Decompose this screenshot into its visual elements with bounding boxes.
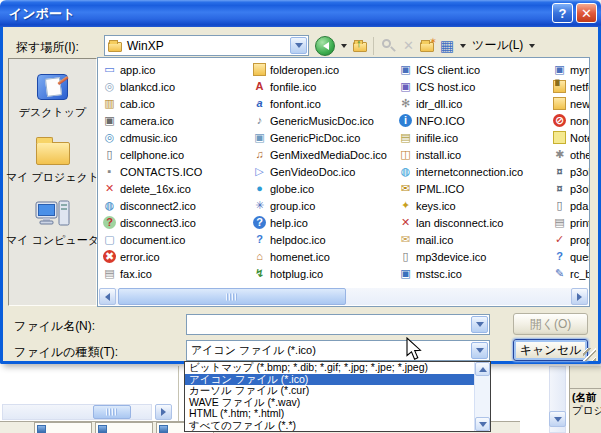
background-vscrollbar-down-arrow[interactable] xyxy=(549,411,566,427)
file-type-option[interactable]: すべてのファイル (*.*) xyxy=(185,420,474,432)
file-item[interactable]: ▯pda.i xyxy=(553,197,590,214)
look-in-combobox[interactable]: WinXP xyxy=(104,35,309,56)
file-item[interactable]: ▣camera.ico xyxy=(103,112,202,129)
file-item[interactable]: ▪CONTACTS.ICO xyxy=(103,163,202,180)
file-item[interactable]: ◍internetconnection.ico xyxy=(399,163,523,180)
file-type-option[interactable]: ビットマップ (*.bmp; *.dib; *.gif; *.jpg; *.jp… xyxy=(185,362,474,374)
file-name-dropdown-button[interactable] xyxy=(471,316,488,333)
file-name: none xyxy=(570,115,590,127)
install-icon: ◫ xyxy=(399,148,412,161)
views-button[interactable]: ▦ xyxy=(440,38,454,53)
file-item[interactable]: ✕delete_16x.ico xyxy=(103,180,202,197)
tools-menu[interactable]: ツール(L) xyxy=(472,37,523,54)
look-in-dropdown-button[interactable] xyxy=(290,37,307,54)
file-item[interactable]: newf xyxy=(553,95,590,112)
file-list[interactable]: ▭app.ico◎blankcd.ico▥cab.ico▣camera.ico◎… xyxy=(97,57,590,307)
file-item[interactable]: ▥cab.ico xyxy=(103,95,202,112)
file-name: fax.ico xyxy=(120,268,152,280)
file-item[interactable]: ▭app.ico xyxy=(103,61,202,78)
back-button[interactable] xyxy=(315,36,335,56)
file-item[interactable]: ?disconnect3.ico xyxy=(103,214,202,231)
file-item[interactable]: ♫GenMixedMediaDoc.ico xyxy=(253,146,387,163)
file-item[interactable]: ●globe.ico xyxy=(253,180,387,197)
file-item[interactable]: iINFO.ICO xyxy=(399,112,523,129)
hscrollbar-thumb[interactable] xyxy=(118,288,346,305)
file-item[interactable]: ✖error.ico xyxy=(103,248,202,265)
file-item[interactable]: folderopen.ico xyxy=(253,61,387,78)
mouse-cursor xyxy=(406,337,423,362)
file-item[interactable]: ¤p3oE xyxy=(553,163,590,180)
up-one-level-button[interactable]: ↑ xyxy=(353,42,367,52)
file-item[interactable]: ¤p3oE xyxy=(553,180,590,197)
file-name: other xyxy=(570,149,590,161)
file-item[interactable]: ✕lan disconnect.ico xyxy=(399,214,523,231)
file-item[interactable]: ◎blankcd.ico xyxy=(103,78,202,95)
file-item[interactable]: ?help.ico xyxy=(253,214,387,231)
file-item[interactable]: ◍disconnect2.ico xyxy=(103,197,202,214)
file-item[interactable]: ?helpdoc.ico xyxy=(253,231,387,248)
file-item[interactable]: ✉IPML.ICO xyxy=(399,180,523,197)
file-item[interactable]: ✉mail.ico xyxy=(399,231,523,248)
file-type-option[interactable]: WAVE ファイル (*.wav) xyxy=(185,397,474,409)
file-item[interactable]: ✦keys.ico xyxy=(399,197,523,214)
open-button-disabled: 開く(O) xyxy=(513,313,588,335)
scroll-down-button[interactable] xyxy=(475,417,490,431)
background-tab[interactable] xyxy=(34,422,92,433)
file-item[interactable]: ✳group.ico xyxy=(253,197,387,214)
file-item[interactable]: ▣myne xyxy=(553,61,590,78)
background-hscrollbar-thumb[interactable] xyxy=(93,405,131,419)
file-item[interactable]: afonfont.ico xyxy=(253,95,387,112)
file-item[interactable]: ▯mp3device.ico xyxy=(399,248,523,265)
file-item[interactable]: ⊘none xyxy=(553,112,590,129)
place-my-computer[interactable]: マイ コンピュータ xyxy=(9,200,96,248)
file-item[interactable]: ▘netfc xyxy=(553,78,590,95)
tools-dropdown-caret-icon[interactable] xyxy=(529,44,535,51)
file-item[interactable]: ▣ICS host.ico xyxy=(399,78,523,95)
file-list-hscrollbar[interactable] xyxy=(99,288,588,305)
place-my-projects[interactable]: マイ プロジェクト xyxy=(9,135,96,185)
file-item[interactable]: ↯hotplug.ico xyxy=(253,265,387,282)
file-type-dropdown-button[interactable] xyxy=(471,342,488,359)
scroll-up-button[interactable] xyxy=(475,362,490,376)
file-name-combobox[interactable] xyxy=(186,314,490,335)
file-item[interactable]: ▯cellphone.ico xyxy=(103,146,202,163)
file-item[interactable]: ✱other xyxy=(553,146,590,163)
file-item[interactable]: ?ques xyxy=(553,248,590,265)
file-type-option[interactable]: カーソル ファイル (*.cur) xyxy=(185,385,474,397)
file-item[interactable]: ✎rc_bi xyxy=(553,265,590,282)
file-item[interactable]: ▢document.ico xyxy=(103,231,202,248)
file-type-combobox[interactable]: アイコン ファイル (*.ico) xyxy=(186,340,490,361)
file-item[interactable]: ♪GenericMusicDoc.ico xyxy=(253,112,387,129)
file-item[interactable]: ▤fax.ico xyxy=(103,265,202,282)
file-item[interactable]: ▣GenericPicDoc.ico xyxy=(253,129,387,146)
file-item[interactable]: ▣mstsc.ico xyxy=(399,265,523,282)
file-item[interactable]: ◫install.ico xyxy=(399,146,523,163)
background-tab[interactable] xyxy=(95,422,153,433)
views-dropdown-caret-icon[interactable] xyxy=(460,44,466,51)
cancel-button[interactable]: キャンセル xyxy=(513,339,588,361)
file-item[interactable]: ⌂homenet.ico xyxy=(253,248,387,265)
help-button[interactable]: ? xyxy=(552,3,573,23)
file-item[interactable]: Afonfile.ico xyxy=(253,78,387,95)
background-hscrollbar-right-arrow[interactable] xyxy=(155,404,172,420)
scroll-left-button[interactable] xyxy=(99,288,116,305)
file-item[interactable]: ✓prop xyxy=(553,231,590,248)
new-folder-button[interactable]: ✶ xyxy=(420,42,434,52)
file-item[interactable]: ▣ICS client.ico xyxy=(399,61,523,78)
file-item[interactable]: ◎cdmusic.ico xyxy=(103,129,202,146)
dropdown-scrollbar[interactable] xyxy=(474,362,490,431)
file-item[interactable]: ▷GenVideoDoc.ico xyxy=(253,163,387,180)
left-arrow-icon xyxy=(101,293,110,301)
file-item[interactable]: ✻idr_dll.ico xyxy=(399,95,523,112)
close-button[interactable]: ✕ xyxy=(576,3,597,23)
resize-grip[interactable] xyxy=(583,348,596,361)
place-desktop[interactable]: デスクトップ xyxy=(9,74,96,120)
file-item[interactable]: ▤print xyxy=(553,214,590,231)
file-type-option[interactable]: アイコン ファイル (*.ico) xyxy=(185,374,474,386)
file-type-option[interactable]: HTML (*.htm; *.html) xyxy=(185,408,474,420)
scroll-right-button[interactable] xyxy=(571,288,588,305)
file-item[interactable]: ▤inifile.ico xyxy=(399,129,523,146)
title-bar[interactable]: インポート ? ✕ xyxy=(0,0,601,27)
back-dropdown-caret-icon[interactable] xyxy=(341,44,347,51)
file-item[interactable]: Note xyxy=(553,129,590,146)
